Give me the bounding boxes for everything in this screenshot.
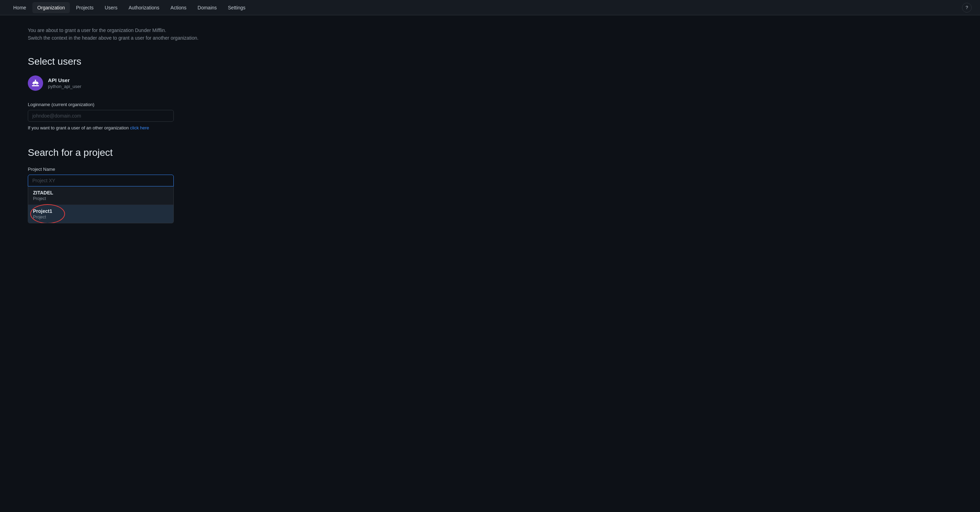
loginname-label: Loginname (current organization) [28, 102, 285, 107]
info-line1: You are about to grant a user for the or… [28, 27, 166, 33]
user-card: API User python_api_user [28, 75, 285, 91]
dropdown-item-zitadel-type: Project [33, 196, 169, 201]
nav-projects[interactable]: Projects [71, 2, 99, 13]
api-user-icon [31, 79, 40, 87]
loginname-input[interactable] [28, 110, 174, 122]
dropdown-item-project1-type: Project [33, 215, 169, 220]
project-search-container: ZITADEL Project Project1 Project [28, 175, 174, 187]
user-name: API User [48, 77, 81, 83]
user-handle: python_api_user [48, 84, 81, 89]
project-dropdown-list: ZITADEL Project Project1 Project [28, 187, 174, 223]
main-content: You are about to grant a user for the or… [0, 15, 313, 198]
nav-organization[interactable]: Organization [32, 2, 70, 13]
project-section: Search for a project Project Name ZITADE… [28, 147, 285, 187]
select-users-heading: Select users [28, 56, 285, 67]
user-info: API User python_api_user [48, 77, 81, 89]
project-search-heading: Search for a project [28, 147, 285, 158]
dropdown-item-zitadel[interactable]: ZITADEL Project [28, 187, 173, 205]
nav-home[interactable]: Home [8, 2, 31, 13]
avatar [28, 75, 43, 91]
nav-settings[interactable]: Settings [223, 2, 251, 13]
nav-users[interactable]: Users [100, 2, 123, 13]
dropdown-item-project1-name: Project1 [33, 208, 169, 214]
other-org-link[interactable]: click here [130, 125, 149, 131]
project-search-input[interactable] [28, 175, 174, 187]
dropdown-item-zitadel-name: ZITADEL [33, 190, 169, 196]
project-name-label: Project Name [28, 167, 285, 172]
nav-authorizations[interactable]: Authorizations [124, 2, 164, 13]
help-button[interactable]: ? [962, 3, 972, 13]
other-org-text: If you want to grant a user of an other … [28, 125, 285, 131]
dropdown-item-project1[interactable]: Project1 Project [28, 205, 173, 223]
info-text: You are about to grant a user for the or… [28, 26, 285, 42]
navbar: Home Organization Projects Users Authori… [0, 0, 980, 15]
nav-domains[interactable]: Domains [193, 2, 222, 13]
nav-actions[interactable]: Actions [166, 2, 191, 13]
info-line2: Switch the context in the header above t… [28, 35, 199, 41]
